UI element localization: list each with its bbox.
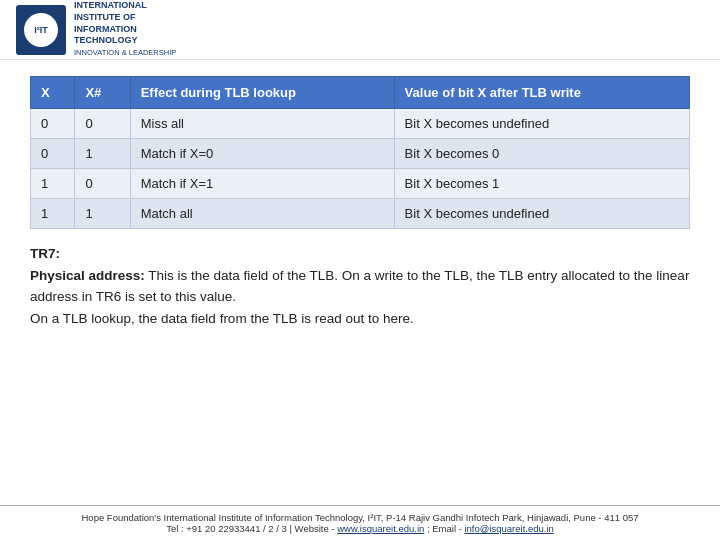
footer-website-link[interactable]: www.isquareit.edu.in <box>337 523 424 534</box>
footer-text: Hope Foundation's International Institut… <box>81 512 638 523</box>
physical-address-line: Physical address: This is the data field… <box>30 265 690 308</box>
footer-contact: Tel : +91 20 22933441 / 2 / 3 | Website … <box>166 523 334 534</box>
cell-xhash: 1 <box>75 139 130 169</box>
footer: Hope Foundation's International Institut… <box>0 505 720 540</box>
table-row: 01Match if X=0Bit X becomes 0 <box>31 139 690 169</box>
cell-value: Bit X becomes 1 <box>394 169 689 199</box>
table-header-row: X X# Effect during TLB lookup Value of b… <box>31 77 690 109</box>
logo-box: I²IT <box>16 5 66 55</box>
logo-inner: I²IT <box>24 13 58 47</box>
col-effect: Effect during TLB lookup <box>130 77 394 109</box>
cell-effect: Match if X=1 <box>130 169 394 199</box>
logo-area: I²IT INTERNATIONALINSTITUTE OFINFORMATIO… <box>16 0 176 58</box>
table-row: 00Miss allBit X becomes undefined <box>31 109 690 139</box>
tlb-table: X X# Effect during TLB lookup Value of b… <box>30 76 690 229</box>
cell-value: Bit X becomes 0 <box>394 139 689 169</box>
cell-value: Bit X becomes undefined <box>394 199 689 229</box>
physical-address-label: Physical address: <box>30 268 145 283</box>
org-name: INTERNATIONALINSTITUTE OFINFORMATIONTECH… <box>74 0 176 58</box>
cell-x: 1 <box>31 199 75 229</box>
header: I²IT INTERNATIONALINSTITUTE OFINFORMATIO… <box>0 0 720 60</box>
cell-x: 1 <box>31 169 75 199</box>
lookup-line: On a TLB lookup, the data field from the… <box>30 308 690 330</box>
tr7-line: TR7: <box>30 243 690 265</box>
cell-xhash: 1 <box>75 199 130 229</box>
col-xhash: X# <box>75 77 130 109</box>
cell-effect: Miss all <box>130 109 394 139</box>
cell-effect: Match if X=0 <box>130 139 394 169</box>
footer-email-link[interactable]: info@isquareit.edu.in <box>464 523 553 534</box>
cell-effect: Match all <box>130 199 394 229</box>
cell-x: 0 <box>31 139 75 169</box>
table-row: 10Match if X=1Bit X becomes 1 <box>31 169 690 199</box>
footer-separator: ; Email - <box>427 523 462 534</box>
tr7-label: TR7: <box>30 246 60 261</box>
col-x: X <box>31 77 75 109</box>
cell-xhash: 0 <box>75 109 130 139</box>
cell-xhash: 0 <box>75 169 130 199</box>
col-value: Value of bit X after TLB write <box>394 77 689 109</box>
cell-x: 0 <box>31 109 75 139</box>
cell-value: Bit X becomes undefined <box>394 109 689 139</box>
page-wrapper: I²IT INTERNATIONALINSTITUTE OFINFORMATIO… <box>0 0 720 540</box>
description-block: TR7: Physical address: This is the data … <box>30 243 690 329</box>
main-content: X X# Effect during TLB lookup Value of b… <box>0 60 720 505</box>
table-row: 11Match allBit X becomes undefined <box>31 199 690 229</box>
